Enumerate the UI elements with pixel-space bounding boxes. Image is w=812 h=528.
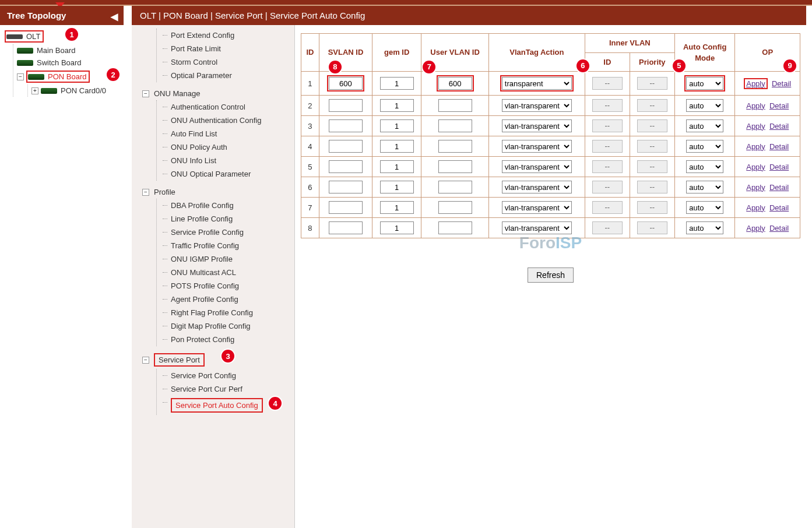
detail-link[interactable]: Detail <box>769 163 789 171</box>
mode-select[interactable]: auto <box>686 119 723 132</box>
cell-id: 3 <box>301 116 319 136</box>
nav-right-flag-profile[interactable]: Right Flag Profile Config <box>157 306 290 319</box>
apply-link[interactable]: Apply <box>746 79 765 88</box>
vlantag-select[interactable]: transparentvlan-transparent <box>502 221 572 234</box>
vlantag-select[interactable]: transparentvlan-transparent <box>502 160 572 173</box>
nav-service-port-cur-perf[interactable]: Service Port Cur Perf <box>157 382 290 396</box>
nav-profile[interactable]: − Profile <box>141 185 290 199</box>
gem-input[interactable] <box>380 160 414 173</box>
apply-link[interactable]: Apply <box>746 163 765 171</box>
nav-igmp-profile[interactable]: ONU IGMP Profile <box>157 252 290 266</box>
nav-digit-map-profile[interactable]: Digit Map Profile Config <box>157 319 290 333</box>
nav-pon-protect[interactable]: Pon Protect Config <box>157 333 290 346</box>
nav-service-port[interactable]: − Service Port 3 <box>141 351 290 369</box>
nav-pots-profile[interactable]: POTS Profile Config <box>157 279 290 293</box>
svlan-input[interactable] <box>329 221 363 234</box>
detail-link[interactable]: Detail <box>769 224 789 233</box>
user-vlan-input[interactable] <box>438 119 472 132</box>
expander-icon[interactable]: + <box>31 87 38 94</box>
nav-auth-control[interactable]: Authentication Control <box>157 100 290 114</box>
tree-main-board[interactable]: Main Board <box>13 44 121 57</box>
svlan-input[interactable] <box>329 181 363 193</box>
nav-onu-info[interactable]: ONU Info List <box>157 154 290 167</box>
apply-link[interactable]: Apply <box>746 183 765 192</box>
tree-pon-card[interactable]: + PON Card0/0 <box>28 85 121 97</box>
nav-dba-profile[interactable]: DBA Profile Config <box>157 199 290 212</box>
refresh-button[interactable]: Refresh <box>528 267 574 283</box>
tree-switch-board[interactable]: Switch Board <box>13 57 121 69</box>
tree-olt[interactable]: OLT 1 <box>2 29 121 44</box>
nav-storm[interactable]: Storm Control <box>157 55 290 69</box>
vlantag-select[interactable]: transparentvlan-transparent <box>502 201 572 214</box>
detail-link[interactable]: Detail <box>769 203 789 212</box>
nav-onu-optical[interactable]: ONU Optical Parameter <box>157 167 290 181</box>
expander-icon[interactable]: − <box>142 90 149 97</box>
user-vlan-input[interactable] <box>438 99 472 112</box>
mode-select[interactable]: auto <box>686 160 723 173</box>
mode-select[interactable]: auto <box>686 77 723 90</box>
svlan-input[interactable] <box>329 77 363 90</box>
user-vlan-input[interactable] <box>438 221 472 234</box>
mode-select[interactable]: auto <box>686 140 723 153</box>
user-vlan-input[interactable] <box>438 201 472 214</box>
svlan-input[interactable] <box>329 160 363 173</box>
nav-service-profile[interactable]: Service Profile Config <box>157 226 290 239</box>
detail-link[interactable]: Detail <box>769 142 789 151</box>
user-vlan-input[interactable] <box>438 181 472 193</box>
vlantag-select[interactable]: transparentvlan-transparent <box>502 77 572 90</box>
vlantag-select[interactable]: transparentvlan-transparent <box>502 140 572 153</box>
nav-service-port-auto-config[interactable]: Service Port Auto Config 4 <box>157 396 290 415</box>
apply-link[interactable]: Apply <box>746 122 765 131</box>
detail-link[interactable]: Detail <box>769 101 789 110</box>
vlantag-select[interactable]: transparentvlan-transparent <box>502 181 572 193</box>
col-vlantag: VlanTag Action 6 <box>488 34 585 72</box>
vlantag-select[interactable]: transparentvlan-transparent <box>502 99 572 112</box>
gem-input[interactable] <box>380 119 414 132</box>
svlan-input[interactable] <box>329 99 363 112</box>
expander-icon[interactable]: − <box>142 357 149 364</box>
tree-header-label: Tree Topology <box>7 10 66 20</box>
mode-select[interactable]: auto <box>686 201 723 214</box>
mode-select[interactable]: auto <box>686 181 723 193</box>
user-vlan-input[interactable] <box>438 77 472 90</box>
detail-link[interactable]: Detail <box>769 122 789 131</box>
nav-port-extend[interactable]: Port Extend Config <box>157 29 290 42</box>
nav-optical[interactable]: Optical Parameter <box>157 69 290 82</box>
detail-link[interactable]: Detail <box>772 79 791 88</box>
expander-icon[interactable]: − <box>17 73 24 80</box>
gem-input[interactable] <box>380 181 414 193</box>
nav-onu-policy[interactable]: ONU Policy Auth <box>157 140 290 154</box>
user-vlan-input[interactable] <box>438 160 472 173</box>
badge-4: 4 <box>269 397 282 410</box>
nav-port-rate[interactable]: Port Rate Limit <box>157 42 290 55</box>
nav-service-port-config[interactable]: Service Port Config <box>157 369 290 382</box>
mode-select[interactable]: auto <box>686 99 723 112</box>
svlan-input[interactable] <box>329 119 363 132</box>
user-vlan-input[interactable] <box>438 140 472 153</box>
detail-link[interactable]: Detail <box>769 183 789 192</box>
svlan-input[interactable] <box>329 140 363 153</box>
nav-agent-profile[interactable]: Agent Profile Config <box>157 293 290 306</box>
tree-pon-board[interactable]: − PON Board 2 <box>13 69 121 85</box>
nav-line-profile[interactable]: Line Profile Config <box>157 212 290 226</box>
gem-input[interactable] <box>380 140 414 153</box>
mode-select[interactable]: auto <box>686 221 723 234</box>
expander-icon[interactable]: − <box>142 189 149 196</box>
apply-link[interactable]: Apply <box>746 101 765 110</box>
gem-input[interactable] <box>380 77 414 90</box>
apply-link[interactable]: Apply <box>746 142 765 151</box>
nav-onu-auth-config[interactable]: ONU Authentication Config <box>157 114 290 127</box>
nav-onu-manage[interactable]: − ONU Manage <box>141 87 290 100</box>
collapse-arrow-icon[interactable]: ◀ <box>111 11 118 22</box>
nav-traffic-profile[interactable]: Traffic Profile Config <box>157 239 290 252</box>
vlantag-select[interactable]: transparentvlan-transparent <box>502 119 572 132</box>
gem-input[interactable] <box>380 221 414 234</box>
svlan-input[interactable] <box>329 201 363 214</box>
col-op: OP 9 <box>735 34 800 72</box>
nav-multicast-acl[interactable]: ONU Multicast ACL <box>157 266 290 279</box>
apply-link[interactable]: Apply <box>746 224 765 233</box>
nav-auto-find[interactable]: Auto Find List <box>157 127 290 140</box>
gem-input[interactable] <box>380 201 414 214</box>
gem-input[interactable] <box>380 99 414 112</box>
apply-link[interactable]: Apply <box>746 203 765 212</box>
